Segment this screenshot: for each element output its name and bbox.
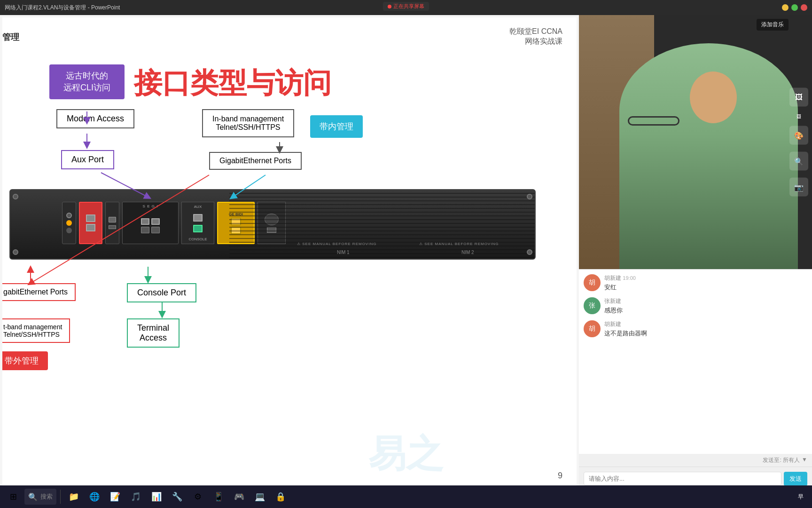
window-title: 网络入门课程2.VLAN与设备管理 - PowerPoint — [5, 4, 120, 12]
maximize-button[interactable] — [791, 4, 798, 11]
taskbar-app-8[interactable]: 📱 — [209, 487, 228, 506]
taskbar: ⊞ 🔍 搜索 📁 🌐 📝 🎵 📊 🔧 ⚙ 📱 🎮 💻 🔒 早 — [0, 485, 812, 508]
rec-dot — [388, 5, 391, 8]
send-range-label: 发送至: 所有人 — [763, 456, 800, 464]
taskbar-app-11[interactable]: 🔒 — [271, 487, 290, 506]
taskbar-app-9[interactable]: 🎮 — [230, 487, 249, 506]
chat-avatar: 胡 — [584, 274, 601, 291]
person-head — [690, 71, 737, 123]
search-label: 搜索 — [40, 492, 53, 501]
slide-title: 接口类型与访问 — [134, 64, 331, 103]
ancient-box: 远古时代的 远程CLI访问 — [49, 64, 125, 99]
chat-input[interactable] — [584, 472, 781, 485]
tray-time: 早 — [798, 493, 804, 501]
taskbar-app-1[interactable]: 📁 — [64, 487, 83, 506]
aux-port-box: Aux Port — [61, 150, 114, 169]
router-vent — [229, 190, 535, 260]
modem-label: Modem Access — [67, 114, 124, 123]
right-controls[interactable]: 🖼 🖼 🎨 🔍 📷 — [789, 88, 812, 197]
outband-button: 带外管理 — [2, 351, 48, 370]
taskbar-app-10[interactable]: 💻 — [250, 487, 269, 506]
explore-control-button[interactable]: 🔍 — [789, 152, 808, 171]
chat-text: 安红 — [604, 283, 636, 292]
taskbar-app-4[interactable]: 🎵 — [126, 487, 145, 506]
image-label: 🖼 — [789, 114, 808, 119]
chat-content: 胡新建 这不是路由器啊 — [604, 320, 647, 338]
person-glasses — [628, 116, 679, 126]
recording-label: 正在共享屏幕 — [393, 3, 424, 10]
send-range-area: 发送至: 所有人 ▼ — [579, 454, 812, 467]
taskbar-app-5[interactable]: 📊 — [147, 487, 166, 506]
nim1-label: NIM 1 — [337, 250, 350, 255]
chat-message: 张 张新建 感恩你 — [584, 297, 807, 315]
outband-line2: Telnet/SSH/HTTPS — [3, 331, 62, 338]
logo-main: 乾颐堂EI CCNA — [509, 27, 562, 37]
ancient-line2: 远程CLI访问 — [59, 82, 115, 94]
chat-message: 胡 胡新建 这不是路由器啊 — [584, 320, 807, 338]
chat-message: 胡 胡新建 19:00 安红 — [584, 274, 807, 292]
image-control-button[interactable]: 🖼 — [789, 88, 808, 107]
window-controls[interactable] — [782, 4, 807, 11]
person-area — [619, 43, 798, 269]
search-bar[interactable]: 🔍 搜索 — [24, 489, 56, 505]
chat-avatar: 张 — [584, 297, 601, 314]
add-music-button[interactable]: 添加音乐 — [757, 19, 789, 31]
gige-bottom-label: gabitEthernet Ports — [3, 288, 68, 296]
start-button[interactable]: ⊞ — [4, 487, 23, 506]
minimize-button[interactable] — [782, 4, 789, 11]
chat-text: 这不是路由器啊 — [604, 329, 647, 338]
gige-ports-bottom-box: gabitEthernet Ports — [2, 283, 76, 301]
outband-mgmt-box: t-band management Telnet/SSH/HTTPS — [2, 318, 70, 343]
inband-line1: In-band management — [212, 115, 284, 123]
chat-avatar: 胡 — [584, 320, 601, 337]
chat-text: 感恩你 — [604, 306, 623, 315]
logo-area: 乾颐堂EI CCNA 网络实战课 — [509, 27, 562, 47]
taskbar-app-2[interactable]: 🌐 — [85, 487, 104, 506]
taskbar-separator — [60, 490, 61, 504]
band-inner-label: 带内管理 — [320, 122, 353, 131]
warning-text-2: ⚠ SEE MANUAL BEFORE REMOVING — [419, 242, 499, 246]
console-port-box: Console Port — [127, 283, 196, 302]
send-button-label: 发送 — [789, 475, 802, 482]
main-container: 管理 乾颐堂EI CCNA 网络实战课 接口类型与访问 远古时代的 远程CLI访… — [0, 15, 579, 490]
chat-name: 胡新建 — [604, 320, 647, 328]
terminal-access-box: Terminal Access — [127, 318, 180, 348]
logo-sub: 网络实战课 — [509, 37, 562, 47]
wind-control-button[interactable]: 🎨 — [789, 126, 808, 145]
terminal-line1: Terminal — [137, 323, 169, 333]
terminal-line2: Access — [137, 333, 169, 343]
search-icon: 🔍 — [28, 492, 38, 501]
gige-label: GigabitEthernet Ports — [219, 157, 291, 165]
console-label: Console Port — [137, 288, 186, 297]
aux-label: Aux Port — [71, 155, 104, 164]
add-music-label: 添加音乐 — [761, 21, 784, 28]
inband-management-box: In-band management Telnet/SSH/HTTPS — [202, 109, 294, 137]
send-button[interactable]: 发送 — [784, 472, 807, 486]
modem-access-box: Modem Access — [56, 109, 134, 128]
recording-badge: 正在共享屏幕 — [383, 2, 429, 11]
warning-text-1: ⚠ SEE MANUAL BEFORE REMOVING — [297, 242, 376, 246]
router-image: CISCO 4321 — [9, 189, 536, 260]
camera-control-button[interactable]: 📷 — [789, 178, 808, 197]
outband-line1: t-band management — [3, 323, 62, 331]
close-button[interactable] — [801, 4, 807, 11]
chat-content: 张新建 感恩你 — [604, 297, 623, 315]
taskbar-app-7[interactable]: ⚙ — [188, 487, 207, 506]
taskbar-app-3[interactable]: 📝 — [106, 487, 125, 506]
wind-icon: 🎨 — [794, 131, 804, 140]
nim2-label: NIM 2 — [461, 250, 474, 255]
band-inner-button: 带内管理 — [310, 115, 363, 138]
chat-messages: 胡 胡新建 19:00 安红 张 张新建 感恩你 胡 胡新建 这不是路由器啊 — [579, 270, 812, 454]
chat-panel: 胡 胡新建 19:00 安红 张 张新建 感恩你 胡 胡新建 这不是路由器啊 发… — [579, 269, 812, 490]
taskbar-app-6[interactable]: 🔧 — [168, 487, 187, 506]
slide-area: 管理 乾颐堂EI CCNA 网络实战课 接口类型与访问 远古时代的 远程CLI访… — [2, 17, 577, 488]
chat-name: 胡新建 19:00 — [604, 274, 636, 282]
top-left-label: 管理 — [2, 32, 19, 43]
image-icon: 🖼 — [795, 93, 803, 102]
chat-name: 张新建 — [604, 297, 623, 305]
taskbar-tray: 早 — [798, 493, 808, 501]
dropdown-arrow-icon[interactable]: ▼ — [802, 456, 807, 464]
title-bar: 网络入门课程2.VLAN与设备管理 - PowerPoint 正在共享屏幕 — [0, 0, 812, 15]
explore-icon: 🔍 — [794, 157, 804, 166]
webcam-area: 🖼 🖼 🎨 🔍 📷 添加音乐 — [579, 15, 812, 269]
